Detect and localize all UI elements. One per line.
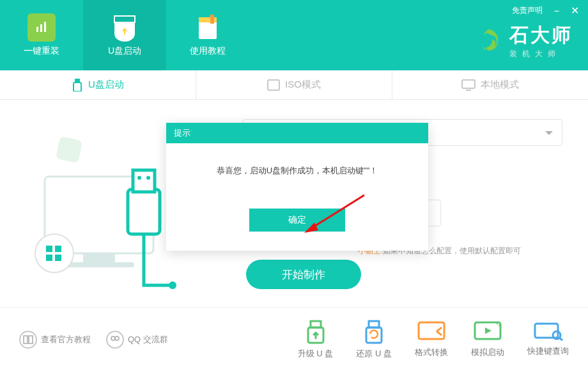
ok-label: 确定 <box>288 214 306 226</box>
dialog-body: 恭喜您，启动U盘制作成功，本机启动键""！ 确定 <box>166 143 428 251</box>
success-dialog: 提示 恭喜您，启动U盘制作成功，本机启动键""！ 确定 <box>166 123 428 251</box>
modal-overlay: 提示 恭喜您，启动U盘制作成功，本机启动键""！ 确定 <box>0 0 588 371</box>
dialog-title: 提示 <box>166 123 428 143</box>
dialog-ok-button[interactable]: 确定 <box>249 209 345 232</box>
dialog-message: 恭喜您，启动U盘制作成功，本机启动键""！ <box>179 165 415 177</box>
